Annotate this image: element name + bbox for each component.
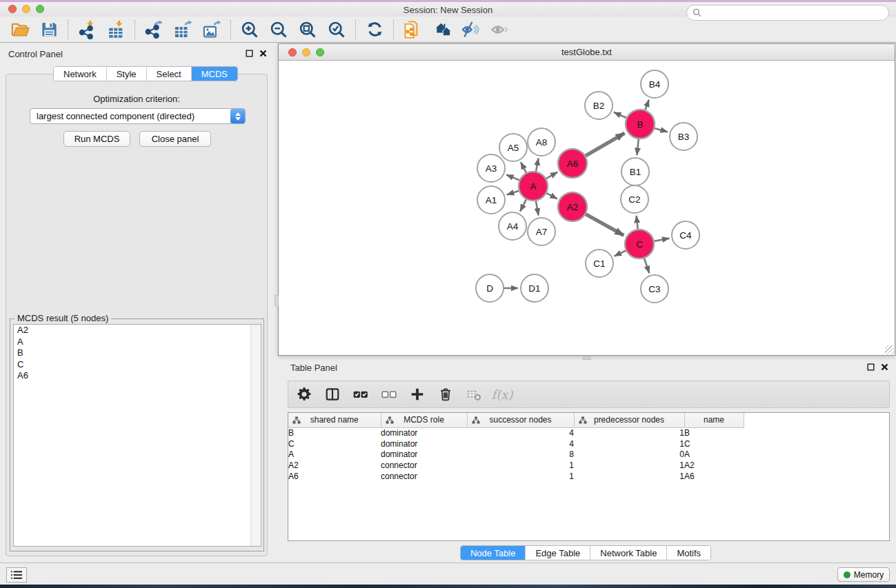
run-mcds-button[interactable]: Run MCDS (63, 131, 130, 147)
tab-motifs[interactable]: Motifs (667, 546, 710, 560)
hide-selected-button[interactable] (456, 18, 485, 41)
show-panels-button[interactable] (6, 567, 27, 582)
cell[interactable]: C (684, 438, 744, 449)
tab-network-table[interactable]: Network Table (590, 546, 667, 560)
import-table-button[interactable] (101, 18, 130, 41)
cell[interactable]: B (684, 427, 744, 438)
node-A7[interactable]: A7 (528, 218, 555, 245)
cell[interactable]: 1 (574, 471, 684, 482)
node-C4[interactable]: C4 (672, 221, 699, 249)
tab-edge-table[interactable]: Edge Table (526, 546, 590, 560)
cell[interactable]: A (288, 449, 381, 460)
show-all-networks-button[interactable] (427, 18, 456, 41)
cell[interactable]: connector (381, 471, 467, 482)
horizontal-splitter-handle[interactable] (583, 356, 591, 360)
node-B1[interactable]: B1 (621, 158, 649, 185)
cell[interactable]: 8 (467, 449, 574, 460)
node-A6[interactable]: A6 (558, 149, 587, 178)
node-C1[interactable]: C1 (586, 250, 613, 277)
node-B[interactable]: B (626, 110, 655, 139)
cell[interactable]: A6 (684, 471, 744, 482)
delete-table-button[interactable] (465, 384, 483, 405)
node-B4[interactable]: B4 (641, 70, 668, 98)
table-row[interactable]: A6connector11A6 (288, 471, 889, 482)
zoom-fit-button[interactable] (293, 18, 322, 41)
cell[interactable]: A6 (288, 471, 381, 482)
zoom-selected-button[interactable] (322, 18, 351, 41)
save-session-button[interactable] (34, 18, 63, 41)
close-panel-button[interactable]: Close panel (139, 131, 211, 147)
close-panel-icon[interactable] (259, 50, 267, 57)
mcds-result-item[interactable]: A6 (14, 370, 261, 382)
open-session-button[interactable] (6, 18, 34, 41)
criterion-dropdown[interactable]: largest connected component (directed) (30, 108, 246, 124)
table-row[interactable]: A2connector11A2 (288, 460, 889, 471)
node-B2[interactable]: B2 (585, 92, 613, 119)
cell[interactable]: 1 (467, 460, 574, 471)
select-all-columns-button[interactable] (352, 384, 370, 405)
show-columns-button[interactable] (323, 384, 341, 405)
float-panel-icon[interactable] (246, 50, 253, 57)
column-header-successor-nodes[interactable]: successor nodes (467, 413, 574, 427)
zoom-out-button[interactable] (264, 18, 293, 41)
cell[interactable]: A (684, 449, 744, 460)
vertical-splitter-handle[interactable] (275, 295, 279, 306)
node-A[interactable]: A (519, 172, 548, 201)
node-D[interactable]: D (476, 274, 504, 302)
mcds-result-item[interactable]: A (14, 336, 261, 348)
cell[interactable]: 1 (574, 460, 684, 471)
column-header-mcds-role[interactable]: MCDS role (381, 413, 467, 427)
mcds-result-item[interactable]: A2 (14, 325, 261, 336)
cell[interactable]: B (288, 427, 381, 438)
unselect-all-columns-button[interactable] (380, 384, 398, 405)
cell[interactable]: 1 (574, 438, 684, 449)
cell[interactable]: 4 (467, 427, 574, 438)
table-settings-button[interactable] (295, 384, 313, 405)
node-A4[interactable]: A4 (499, 212, 526, 240)
cell[interactable]: A2 (288, 460, 381, 471)
network-window-titlebar[interactable]: testGlobe.txt (279, 44, 895, 61)
node-A8[interactable]: A8 (528, 128, 555, 156)
node-A5[interactable]: A5 (499, 134, 527, 161)
tab-mcds[interactable]: MCDS (192, 67, 237, 81)
node-A2[interactable]: A2 (558, 192, 587, 221)
node-A1[interactable]: A1 (477, 186, 505, 214)
create-column-button[interactable] (408, 384, 426, 405)
column-header-predecessor-nodes[interactable]: predecessor nodes (574, 413, 684, 427)
mcds-result-item[interactable]: C (14, 359, 261, 371)
cell[interactable]: A2 (684, 460, 744, 471)
cell[interactable]: dominator (381, 427, 467, 438)
node-C2[interactable]: C2 (621, 185, 648, 213)
function-builder-button[interactable]: f(x) (493, 384, 511, 405)
import-network-button[interactable] (72, 18, 101, 41)
cell[interactable]: C (288, 438, 381, 449)
export-table-button[interactable] (168, 18, 197, 41)
network-graph[interactable]: AA1A2A3A4A5A6A7A8BB1B2B3B4CC1C2C3C4DD1 (279, 61, 895, 355)
search-field[interactable] (686, 5, 889, 21)
duplicate-network-button[interactable] (398, 18, 427, 41)
cell[interactable]: dominator (381, 438, 467, 449)
cell[interactable]: 0 (574, 449, 684, 460)
column-header-name[interactable]: name (684, 413, 744, 427)
node-C3[interactable]: C3 (641, 275, 668, 303)
node-D1[interactable]: D1 (521, 274, 548, 302)
cell[interactable]: dominator (381, 449, 467, 460)
tab-style[interactable]: Style (107, 67, 147, 81)
export-network-button[interactable] (139, 18, 168, 41)
show-hidden-button[interactable] (485, 18, 514, 41)
apply-layout-button[interactable] (360, 18, 389, 41)
float-panel-icon[interactable] (867, 363, 875, 371)
result-list-scrollbar[interactable] (250, 325, 261, 546)
mcds-result-item[interactable]: B (14, 347, 261, 359)
tab-node-table[interactable]: Node Table (461, 546, 526, 560)
window-resize-grip[interactable] (885, 345, 894, 354)
cell[interactable]: connector (381, 460, 467, 471)
tab-select[interactable]: Select (147, 67, 192, 81)
tab-network[interactable]: Network (54, 67, 107, 81)
cell[interactable]: 4 (467, 438, 574, 449)
cell[interactable]: 1 (467, 471, 574, 482)
delete-column-button[interactable] (437, 384, 455, 405)
search-input[interactable] (706, 8, 883, 18)
memory-button[interactable]: Memory (837, 567, 890, 582)
zoom-in-button[interactable] (235, 18, 264, 41)
